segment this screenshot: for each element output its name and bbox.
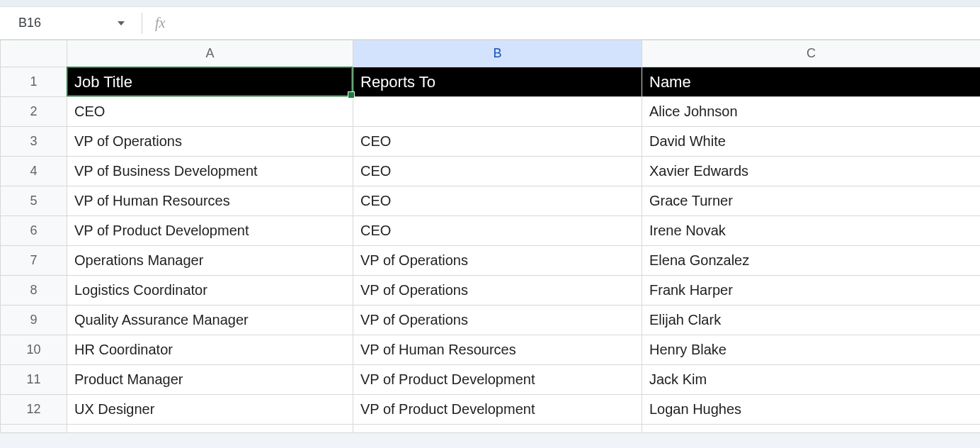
cell-A1[interactable]: Job Title <box>67 67 353 97</box>
cell-A7[interactable]: Operations Manager <box>67 246 353 276</box>
cell-C6[interactable]: Irene Novak <box>642 216 981 246</box>
cell-C7[interactable]: Elena Gonzalez <box>642 246 981 276</box>
row-header-2[interactable]: 2 <box>1 97 67 127</box>
cell-C11[interactable]: Jack Kim <box>642 365 981 395</box>
cell-A3[interactable]: VP of Operations <box>67 127 353 157</box>
select-all-corner[interactable] <box>1 40 67 67</box>
row-header-3[interactable]: 3 <box>1 127 67 157</box>
cell-A9[interactable]: Quality Assurance Manager <box>67 306 353 335</box>
cell-B9[interactable]: VP of Operations <box>353 306 642 335</box>
cell-C2[interactable]: Alice Johnson <box>642 97 981 127</box>
cell-B7[interactable]: VP of Operations <box>353 246 642 276</box>
cell-partial-A[interactable] <box>67 425 353 433</box>
cell-C12[interactable]: Logan Hughes <box>642 395 981 425</box>
cell-A2[interactable]: CEO <box>67 97 353 127</box>
row-header-8[interactable]: 8 <box>1 276 67 306</box>
cell-B1[interactable]: Reports To <box>353 67 642 97</box>
cell-C3[interactable]: David White <box>642 127 981 157</box>
cell-B6[interactable]: CEO <box>353 216 642 246</box>
row-header-10[interactable]: 10 <box>1 335 67 365</box>
chevron-down-icon[interactable] <box>118 21 125 26</box>
name-box-row: B16 fx <box>0 7 980 40</box>
col-header-A[interactable]: A <box>67 40 353 67</box>
name-box-value: B16 <box>18 16 118 30</box>
divider <box>142 13 142 34</box>
row-header-9[interactable]: 9 <box>1 306 67 335</box>
row-header-4[interactable]: 4 <box>1 157 67 186</box>
fx-icon: fx <box>155 15 165 31</box>
cell-A11[interactable]: Product Manager <box>67 365 353 395</box>
row-header-11[interactable]: 11 <box>1 365 67 395</box>
col-header-B[interactable]: B <box>353 40 642 67</box>
top-strip <box>0 0 980 7</box>
cell-A8[interactable]: Logistics Coordinator <box>67 276 353 306</box>
cell-C5[interactable]: Grace Turner <box>642 186 981 216</box>
cell-B5[interactable]: CEO <box>353 186 642 216</box>
spreadsheet-grid[interactable]: A B C 1 Job Title Reports To Name 2 CEO … <box>0 40 980 433</box>
formula-input[interactable] <box>171 13 973 34</box>
row-header-7[interactable]: 7 <box>1 246 67 276</box>
row-header-6[interactable]: 6 <box>1 216 67 246</box>
cell-A4[interactable]: VP of Business Development <box>67 157 353 186</box>
cell-C4[interactable]: Xavier Edwards <box>642 157 981 186</box>
cell-B3[interactable]: CEO <box>353 127 642 157</box>
cell-B8[interactable]: VP of Operations <box>353 276 642 306</box>
cell-partial-C[interactable] <box>642 425 981 433</box>
cell-B11[interactable]: VP of Product Development <box>353 365 642 395</box>
cell-A5[interactable]: VP of Human Resources <box>67 186 353 216</box>
row-header-5[interactable]: 5 <box>1 186 67 216</box>
cell-A10[interactable]: HR Coordinator <box>67 335 353 365</box>
cell-C8[interactable]: Frank Harper <box>642 276 981 306</box>
cell-A6[interactable]: VP of Product Development <box>67 216 353 246</box>
cell-B10[interactable]: VP of Human Resources <box>353 335 642 365</box>
col-header-C[interactable]: C <box>642 40 981 67</box>
cell-partial-B[interactable] <box>353 425 642 433</box>
cell-A12[interactable]: UX Designer <box>67 395 353 425</box>
grid-area: A B C 1 Job Title Reports To Name 2 CEO … <box>0 40 980 433</box>
cell-C1[interactable]: Name <box>642 67 981 97</box>
cell-C10[interactable]: Henry Blake <box>642 335 981 365</box>
row-header-1[interactable]: 1 <box>1 67 67 97</box>
name-box[interactable]: B16 <box>14 12 135 35</box>
cell-B4[interactable]: CEO <box>353 157 642 186</box>
row-header-12[interactable]: 12 <box>1 395 67 425</box>
cell-C9[interactable]: Elijah Clark <box>642 306 981 335</box>
cell-B2[interactable] <box>353 97 642 127</box>
row-header-partial[interactable] <box>1 425 67 433</box>
cell-B12[interactable]: VP of Product Development <box>353 395 642 425</box>
